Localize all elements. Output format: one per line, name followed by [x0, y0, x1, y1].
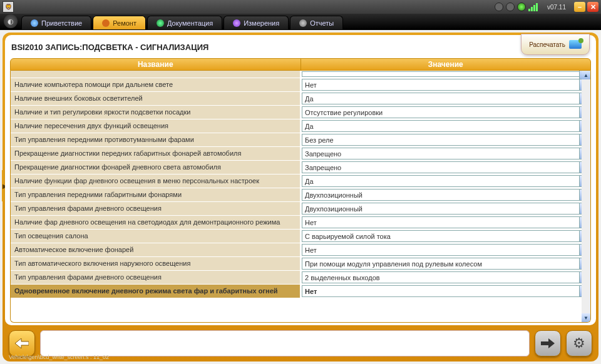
table-row: Наличие пересечения двух функций освещен… [11, 119, 590, 133]
tab-measures[interactable]: Измерения [223, 16, 289, 29]
status-indicator-icon [506, 3, 515, 11]
value-text: Нет [302, 219, 579, 226]
page-title: BSI2010 ЗАПИСЬ:ПОДСВЕТКА - СИГНАЛИЗАЦИЯ [10, 40, 591, 58]
value-dropdown[interactable]: С варьируемой силой тока▼ [302, 230, 589, 242]
table-row-name: Автоматическое включение фонарей [11, 243, 300, 256]
print-button[interactable]: Распечатать [521, 34, 590, 55]
value-dropdown[interactable]: Нет▼ [302, 216, 589, 228]
value-dropdown[interactable]: Двухпозиционный▼ [302, 189, 589, 201]
value-dropdown[interactable]: Нет▼ [302, 285, 589, 297]
value-text: 2 выделенных выходов [302, 274, 579, 281]
value-dropdown[interactable]: Отсутствие регулировки▼ [302, 106, 589, 118]
table-row: Тип управления передними противотуманным… [11, 133, 590, 147]
table-row: Тип освещения салонаС варьируемой силой … [11, 230, 590, 243]
arrow-left-icon [15, 338, 29, 348]
table-row-name: Тип управления фарами дневного освещения [11, 271, 300, 284]
tab-label: Измерения [244, 19, 279, 27]
arrow-right-icon [541, 338, 555, 348]
close-button[interactable]: ✕ [587, 2, 598, 12]
value-dropdown[interactable]: Без реле▼ [302, 134, 589, 146]
table-row: Прекращение диагностики фонарей дневного… [11, 161, 590, 174]
tab-repair[interactable]: Ремонт [93, 16, 146, 29]
table-row: Одновременное включение дневного режима … [11, 285, 590, 298]
value-text: С варьируемой силой тока [302, 233, 579, 240]
table-header: Название Значение [10, 58, 591, 71]
value-text: Отсутствие регулировки [302, 109, 579, 116]
value-dropdown[interactable]: Двухпозиционный▼ [302, 203, 589, 215]
table-body: ▼Наличие компьютера помощи при дальнем с… [10, 71, 591, 323]
scrollbar[interactable]: ▲ ▼ [582, 71, 590, 322]
value-dropdown[interactable]: ▼ [302, 71, 589, 77]
value-text: Нет [302, 288, 579, 295]
value-dropdown[interactable]: Нет▼ [302, 79, 589, 91]
tab-icon [102, 19, 110, 27]
version-label: v07.11 [547, 4, 566, 11]
value-dropdown[interactable]: Да▼ [302, 120, 589, 132]
forward-button[interactable] [535, 330, 561, 356]
table-row: Наличие внешних боковых осветителейДа▼ [11, 92, 590, 106]
tab-label: Документация [167, 19, 213, 27]
tab-label: Ремонт [113, 19, 136, 27]
tab-docs[interactable]: Документация [147, 16, 222, 29]
table-row: Наличие фар дневного освещения на светод… [11, 216, 590, 230]
value-text: При помощи модуля управления под рулевым… [302, 260, 579, 268]
tabbar: ◐ Приветствие Ремонт Документация Измере… [0, 14, 601, 30]
scroll-up-icon[interactable]: ▲ [582, 71, 590, 79]
col-value-header: Значение [301, 59, 591, 70]
value-text: Запрещено [302, 164, 579, 171]
brand-logo-icon: 🦁 [3, 1, 14, 13]
tab-icon [31, 19, 38, 27]
table-row-name: Наличие фар дневного освещения на светод… [11, 216, 300, 229]
table-row-name: Наличие компьютера помощи при дальнем св… [11, 78, 300, 91]
table-row-name: Тип освещения салона [11, 230, 300, 243]
minimize-button[interactable]: – [574, 2, 585, 12]
table-row-name: Тип автоматического включения наружного … [11, 257, 300, 270]
value-text: Да [302, 178, 579, 185]
table-row-name: Наличие внешних боковых осветителей [11, 92, 300, 105]
table-row-name: Тип управления передними габаритными фон… [11, 188, 300, 201]
tab-welcome[interactable]: Приветствие [21, 16, 91, 29]
table-row-name: Одновременное включение дневного режима … [11, 285, 300, 298]
value-dropdown[interactable]: Нет▼ [302, 244, 589, 256]
value-dropdown[interactable]: Запрещено▼ [302, 148, 589, 159]
tab-reports[interactable]: Отчеты [290, 16, 343, 29]
back-button[interactable] [9, 330, 35, 356]
value-dropdown[interactable]: Да▼ [302, 93, 589, 104]
value-text: Да [302, 95, 579, 103]
tab-label: Отчеты [310, 19, 334, 27]
tab-icon [157, 19, 164, 27]
value-dropdown[interactable]: Запрещено▼ [302, 161, 589, 173]
table-row: Автоматическое включение фонарейНет▼ [11, 243, 590, 257]
value-dropdown[interactable]: При помощи модуля управления под рулевым… [302, 258, 589, 270]
table-row: Тип автоматического включения наружного … [11, 257, 590, 271]
main-frame: ▶ Распечатать BSI2010 ЗАПИСЬ:ПОДСВЕТКА -… [3, 33, 598, 361]
table-row-name: Наличие пересечения двух функций освещен… [11, 119, 300, 133]
value-text: Да [302, 123, 579, 130]
table-row-name: Тип управления фарами дневного освещения [11, 202, 300, 215]
value-text: Запрещено [302, 150, 579, 158]
table-row-name: Прекращение диагностики передних габарит… [11, 147, 300, 160]
settings-button[interactable]: ⚙ [566, 330, 592, 356]
titlebar: 🦁 v07.11 – ✕ [0, 0, 601, 14]
value-text: Без реле [302, 136, 579, 144]
message-input[interactable] [40, 330, 530, 356]
table-row-name [11, 71, 300, 78]
menu-icon[interactable]: ◐ [4, 14, 18, 28]
value-dropdown[interactable]: Да▼ [302, 175, 589, 187]
status-indicator-icon [495, 3, 503, 11]
gear-icon: ⚙ [573, 335, 585, 351]
tab-label: Приветствие [41, 19, 82, 27]
value-text: Двухпозиционный [302, 191, 579, 199]
printer-icon [569, 40, 582, 49]
print-label: Распечатать [529, 41, 565, 48]
value-dropdown[interactable]: 2 выделенных выходов▼ [302, 271, 589, 283]
connection-indicator-icon [517, 3, 526, 11]
table-row-name: Прекращение диагностики фонарей дневного… [11, 161, 300, 174]
value-text: Двухпозиционный [302, 205, 579, 213]
main-panel: Распечатать BSI2010 ЗАПИСЬ:ПОДСВЕТКА - С… [5, 35, 596, 325]
table-row: Наличие функции фар дневного освещения в… [11, 174, 590, 188]
scroll-down-icon[interactable]: ▼ [582, 313, 590, 322]
table-row: Тип управления фарами дневного освещения… [11, 271, 590, 285]
col-name-header: Название [11, 59, 301, 70]
tab-icon [299, 19, 307, 27]
